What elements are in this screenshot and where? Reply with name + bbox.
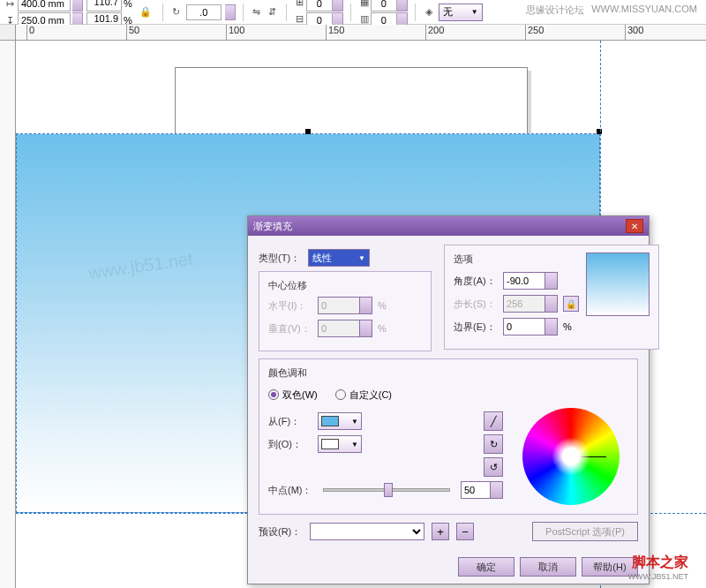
ruler-tick: 300 — [625, 25, 643, 41]
ruler-tick: 0 — [26, 25, 34, 41]
close-button[interactable]: ✕ — [626, 219, 643, 233]
mirror-h-icon[interactable]: ⇋ — [251, 6, 263, 19]
spinner[interactable] — [333, 0, 343, 11]
color-blend-fieldset: 颜色调和 双色(W) 自定义(C) 从(F)： ▼ ╱ 到(O)： ▼ — [259, 358, 638, 515]
pct: % — [378, 323, 422, 334]
custom-radio[interactable]: 自定义(C) — [335, 388, 392, 402]
ruler-corner — [0, 25, 16, 41]
grid-y-icon: ▥ — [358, 12, 371, 25]
pct: % — [378, 300, 422, 311]
horiz-label: 水平(I)： — [268, 299, 312, 313]
rotate-icon: ↻ — [170, 6, 183, 19]
separator — [162, 4, 163, 21]
ruler-horizontal[interactable]: 0 50 100 150 200 250 300 — [16, 25, 706, 41]
ruler-tick: 100 — [226, 25, 244, 41]
spinner[interactable] — [397, 0, 408, 11]
wm-bottom-cn: 脚本之家 — [627, 554, 688, 572]
edge-input[interactable] — [503, 318, 545, 335]
two-color-label: 双色(W) — [282, 388, 318, 402]
from-label: 从(F)： — [268, 415, 312, 428]
separator — [415, 4, 416, 21]
grid-x-input[interactable] — [371, 0, 397, 11]
options-fieldset: 选项 角度(A)： 步长(S)： 🔒 边界(E)： — [444, 245, 659, 350]
wm-top-en: WWW.MISSYUAN.COM — [591, 4, 697, 17]
angle-label: 角度(A)： — [454, 275, 498, 288]
preset-remove-button[interactable]: − — [456, 523, 474, 540]
scale-x-value[interactable]: 110.7 — [86, 0, 122, 11]
lock-aspect-icon[interactable]: 🔒 — [139, 6, 152, 19]
midpoint-label: 中点(M)： — [268, 484, 312, 497]
type-value: 线性 — [312, 252, 332, 265]
width-spinner[interactable] — [72, 0, 83, 11]
midpoint-input[interactable] — [461, 481, 491, 499]
ruler-vertical[interactable] — [0, 41, 16, 588]
color-wheel-container — [514, 408, 628, 505]
angle-input[interactable] — [503, 272, 545, 290]
watermark-bottom: 脚本之家 WWW.JB51.NET — [627, 554, 688, 581]
spinner — [545, 295, 558, 313]
direct-path-button[interactable]: ╱ — [484, 411, 503, 431]
outline-value: 无 — [443, 5, 453, 19]
pct-label: % — [124, 0, 132, 9]
width-arrow-icon: ↦ — [4, 0, 16, 10]
center-offset-label: 中心位移 — [268, 279, 422, 292]
blend-label: 颜色调和 — [268, 366, 628, 380]
cw-path-button[interactable]: ↻ — [484, 434, 503, 454]
preset-add-button[interactable]: + — [432, 523, 449, 540]
options-label: 选项 — [454, 253, 579, 266]
wheel-indicator — [571, 456, 606, 457]
custom-label: 自定义(C) — [349, 388, 392, 402]
outline-icon: ◈ — [423, 6, 435, 19]
dup-x-input[interactable] — [306, 0, 333, 11]
dialog-footer: 确定 取消 帮助(H) — [248, 550, 649, 584]
separator — [350, 4, 351, 21]
edge-label: 边界(E)： — [454, 320, 498, 334]
midpoint-slider[interactable] — [323, 488, 450, 492]
color-wheel[interactable] — [522, 408, 620, 505]
wm-top-cn: 思缘设计论坛 — [526, 4, 584, 17]
wm-bottom-en: WWW.JB51.NET — [627, 572, 688, 581]
spinner[interactable] — [545, 272, 558, 290]
lock-icon[interactable]: 🔒 — [563, 296, 579, 312]
gradient-fill-dialog: 渐变填充 ✕ 类型(T)： 线性▼ 中心位移 水平(I)： % 垂直(V)： — [247, 215, 650, 584]
ruler-tick: 200 — [425, 25, 444, 41]
from-color-picker[interactable]: ▼ — [318, 412, 362, 430]
center-offset-fieldset: 中心位移 水平(I)： % 垂直(V)： % — [259, 271, 432, 351]
dialog-titlebar[interactable]: 渐变填充 ✕ — [248, 216, 649, 236]
spinner — [360, 320, 372, 337]
radio-icon — [268, 389, 279, 400]
preset-combo[interactable] — [310, 523, 424, 540]
outline-combo[interactable]: 无▼ — [439, 4, 483, 21]
dup-y-icon: ⊟ — [294, 12, 306, 25]
separator — [286, 4, 287, 21]
grid-x-icon: ▦ — [358, 0, 371, 8]
selection-handle[interactable] — [305, 129, 311, 134]
steps-input — [503, 295, 545, 313]
gradient-preview — [586, 253, 650, 316]
rotation-input[interactable] — [186, 4, 222, 20]
separator — [243, 4, 244, 21]
type-combo[interactable]: 线性▼ — [308, 249, 370, 267]
preset-row: 预设(R)： + − PostScript 选项(P) — [259, 522, 638, 541]
steps-label: 步长(S)： — [454, 298, 498, 311]
width-input[interactable] — [18, 0, 71, 11]
watermark-top: 思缘设计论坛 WWW.MISSYUAN.COM — [526, 4, 697, 17]
ok-button[interactable]: 确定 — [458, 557, 514, 577]
spinner[interactable] — [491, 481, 503, 499]
cancel-button[interactable]: 取消 — [520, 557, 576, 577]
preset-label: 预设(R)： — [259, 525, 303, 539]
mirror-v-icon[interactable]: ⇵ — [267, 6, 279, 19]
vert-label: 垂直(V)： — [268, 322, 312, 335]
rotation-spinner[interactable] — [225, 4, 236, 20]
selection-handle[interactable] — [597, 129, 602, 134]
two-color-radio[interactable]: 双色(W) — [268, 388, 318, 402]
ruler-tick: 150 — [326, 25, 344, 41]
slider-thumb[interactable] — [384, 483, 393, 497]
type-label: 类型(T)： — [259, 252, 303, 265]
to-color-picker[interactable]: ▼ — [318, 435, 362, 453]
to-swatch — [321, 439, 339, 449]
dialog-title-text: 渐变填充 — [253, 220, 292, 233]
ccw-path-button[interactable]: ↺ — [484, 457, 503, 477]
ruler-tick: 50 — [126, 25, 139, 41]
spinner[interactable] — [545, 318, 558, 335]
